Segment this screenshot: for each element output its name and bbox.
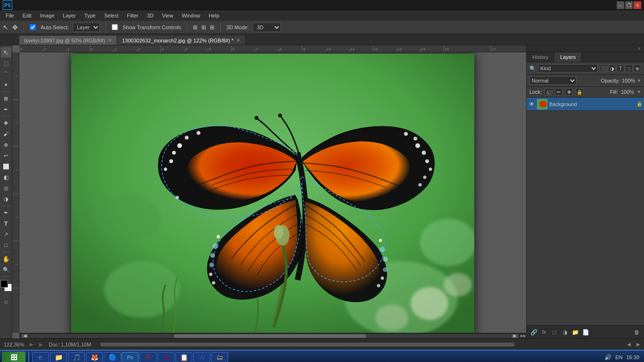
taskbar-app-firefox[interactable]: 🦊 xyxy=(86,352,103,362)
taskbar-app-word[interactable]: W xyxy=(193,352,210,362)
tab-file2[interactable]: 1300302632_monarch2.jpg @ 122% (RGB/8#) … xyxy=(117,35,245,45)
layer-link-btn[interactable]: 🔗 xyxy=(529,328,538,337)
tool-pen[interactable]: ✒ xyxy=(1,207,11,218)
filter-pixel-icon[interactable]: ⬛ xyxy=(600,65,607,72)
filter-adjust-icon[interactable]: ◑ xyxy=(608,65,616,72)
tool-magic-wand[interactable]: ✦ xyxy=(1,80,11,90)
tool-move[interactable]: ↖ xyxy=(1,47,11,58)
transform-checkbox[interactable] xyxy=(112,24,118,30)
menu-help[interactable]: Help xyxy=(205,12,223,19)
lock-image-btn[interactable]: ✏ xyxy=(555,88,562,96)
layer-mask-btn[interactable]: □ xyxy=(550,328,559,337)
menu-layer[interactable]: Layer xyxy=(59,12,80,19)
fill-arrow[interactable]: ▼ xyxy=(637,90,641,94)
layers-list[interactable]: 👁 Background 🔒 xyxy=(527,98,644,325)
opacity-arrow[interactable]: ▼ xyxy=(637,78,641,83)
layer-group-btn[interactable]: 📁 xyxy=(571,328,579,337)
tool-gradient[interactable]: ◧ xyxy=(1,172,11,182)
taskbar-app-ps[interactable]: Ps xyxy=(122,352,139,362)
h-scrollbar[interactable]: ◀ ▶ ▶ ▶ xyxy=(19,333,526,338)
lock-all-btn[interactable]: 🔒 xyxy=(576,88,583,96)
taskbar-app-ie[interactable]: e xyxy=(32,352,49,362)
fill-value[interactable]: 100% xyxy=(621,89,634,95)
tool-heal[interactable]: ✚ xyxy=(1,118,11,128)
close-button[interactable]: ✕ xyxy=(634,1,641,9)
tool-hand[interactable]: ✋ xyxy=(1,254,11,264)
nav-left[interactable]: ◀ xyxy=(627,342,631,347)
tool-shape[interactable]: □ xyxy=(1,240,11,250)
tool-lasso[interactable]: ⌒ xyxy=(1,69,11,79)
menu-window[interactable]: Window xyxy=(178,12,204,19)
taskbar-app-office[interactable]: 📋 xyxy=(175,352,192,362)
opacity-value[interactable]: 100% xyxy=(622,78,635,83)
nav-right[interactable]: ▶ xyxy=(636,342,640,347)
align-center-icon[interactable]: ⊞ xyxy=(201,24,206,31)
color-swatches[interactable] xyxy=(0,280,12,291)
filter-text-icon[interactable]: T xyxy=(617,65,624,72)
tab-file1-close[interactable]: ✕ xyxy=(108,38,112,43)
taskbar-app-explorer2[interactable]: 🗂 xyxy=(211,352,228,362)
layer-delete-btn[interactable]: 🗑 xyxy=(633,328,641,337)
layer-adjustment-btn[interactable]: ◑ xyxy=(561,328,569,337)
filter-smart-icon[interactable]: ⊕ xyxy=(634,65,641,72)
layer-visibility-eye[interactable]: 👁 xyxy=(528,101,535,107)
tab-file2-label: 1300302632_monarch2.jpg @ 122% (RGB/8#) … xyxy=(122,38,233,43)
taskbar-app-folder[interactable]: 📁 xyxy=(50,352,67,362)
minimize-button[interactable]: – xyxy=(617,1,624,9)
tool-blur[interactable]: ◎ xyxy=(1,183,11,193)
threedmode-select[interactable]: 3D xyxy=(253,23,281,32)
layer-item-background[interactable]: 👁 Background 🔒 xyxy=(527,98,644,111)
panel-collapse-icon[interactable]: ≡ xyxy=(638,46,640,51)
status-arrow[interactable]: ▶ xyxy=(30,342,33,347)
autoselect-select[interactable]: Layer xyxy=(73,23,100,32)
taskbar-app-chrome[interactable]: 🔵 xyxy=(104,352,121,362)
layer-new-btn[interactable]: 📄 xyxy=(581,328,590,337)
tool-stamp[interactable]: ⊕ xyxy=(1,140,11,150)
blend-mode-select[interactable]: Normal xyxy=(529,76,577,85)
menu-image[interactable]: Image xyxy=(36,12,58,19)
tool-zoom[interactable]: 🔍 xyxy=(1,264,11,275)
menu-filter[interactable]: Filter xyxy=(123,12,142,19)
menu-edit[interactable]: Edit xyxy=(19,12,35,19)
autoselect-checkbox[interactable] xyxy=(30,24,36,30)
filter-shape-icon[interactable]: □ xyxy=(625,65,633,72)
zoom-display[interactable]: 122,36% xyxy=(4,342,24,347)
volume-icon[interactable]: 🔊 xyxy=(604,354,611,361)
align-right-icon[interactable]: ⊞ xyxy=(210,24,215,31)
tool-crop[interactable]: ⊠ xyxy=(1,93,11,104)
menu-file[interactable]: File xyxy=(2,12,18,19)
foreground-color-swatch[interactable] xyxy=(0,280,8,288)
layer-effects-btn[interactable]: fx xyxy=(540,328,548,337)
tool-path-select[interactable]: ↗ xyxy=(1,229,11,239)
scroll-track[interactable] xyxy=(100,343,618,346)
tab-file1[interactable]: tsvetyi-10997.jpg @ 50% (RGB/8#) ✕ xyxy=(19,35,117,45)
taskbar-app-yandex[interactable]: Я xyxy=(140,352,157,362)
tool-eyedropper[interactable]: ✒ xyxy=(1,104,11,115)
taskbar-app-media[interactable]: 🎵 xyxy=(68,352,85,362)
status-arrow2[interactable]: ▶ xyxy=(39,342,43,347)
start-button[interactable]: ⊞ xyxy=(2,352,25,362)
lock-transparent-btn[interactable]: ◱ xyxy=(545,88,552,96)
tool-history-brush[interactable]: ↩ xyxy=(1,150,11,161)
tool-dodge[interactable]: ◑ xyxy=(1,194,11,204)
kind-select[interactable]: Kind xyxy=(538,64,598,73)
restore-button[interactable]: ❐ xyxy=(625,1,633,9)
canvas-area[interactable]: 3 2 1 0 1 2 3 4 5 xyxy=(12,45,526,338)
canvas-viewport[interactable] xyxy=(19,52,526,338)
menu-3d[interactable]: 3D xyxy=(143,12,157,19)
taskbar-app-acrobat[interactable]: A xyxy=(157,352,174,362)
align-left-icon[interactable]: ⊞ xyxy=(193,24,198,31)
tool-eraser[interactable]: ⬜ xyxy=(1,161,11,172)
tab-file2-close[interactable]: ✕ xyxy=(236,38,240,43)
screen-mode-btn[interactable]: ⊡ xyxy=(4,300,8,304)
quickmask-btn[interactable]: ⬚ xyxy=(4,294,8,298)
lock-position-btn[interactable]: ✥ xyxy=(565,88,573,96)
menu-select[interactable]: Select xyxy=(100,12,123,19)
menu-type[interactable]: Type xyxy=(81,12,99,19)
tab-history[interactable]: History xyxy=(527,52,554,62)
tab-layers[interactable]: Layers xyxy=(554,52,582,62)
menu-view[interactable]: View xyxy=(158,12,177,19)
tool-brush[interactable]: 🖌 xyxy=(1,129,11,139)
tool-text[interactable]: T xyxy=(1,218,11,229)
tool-select-rect[interactable]: ⬚ xyxy=(1,58,11,68)
